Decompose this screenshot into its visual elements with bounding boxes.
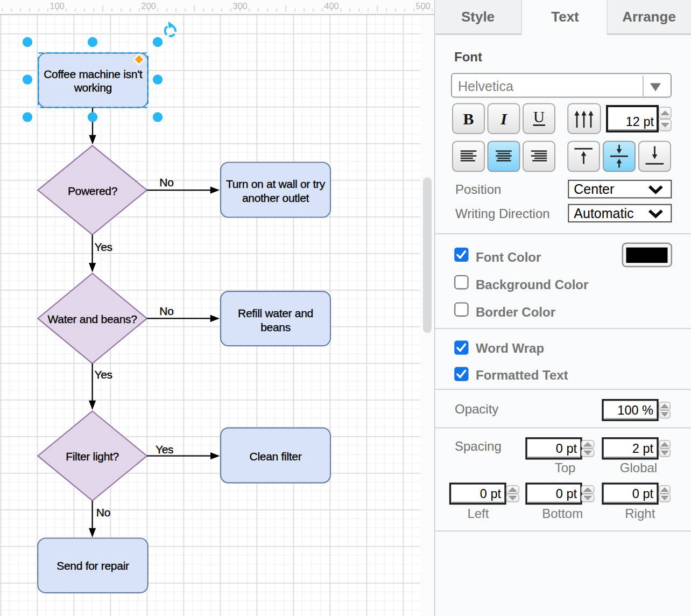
svg-text:Yes: Yes [94, 241, 112, 253]
svg-text:No: No [96, 506, 110, 519]
svg-text:Font Color: Font Color [476, 250, 541, 264]
svg-text:another outlet: another outlet [242, 192, 309, 204]
svg-text:Yes: Yes [156, 443, 173, 456]
svg-text:Left: Left [467, 506, 489, 521]
svg-text:Turn on at wall or try: Turn on at wall or try [226, 178, 326, 190]
svg-text:0 pt: 0 pt [632, 487, 654, 501]
svg-text:Automatic: Automatic [574, 206, 633, 221]
svg-text:Position: Position [455, 182, 501, 197]
svg-text:Text: Text [551, 9, 579, 25]
svg-text:Opacity: Opacity [455, 402, 498, 416]
svg-text:Style: Style [461, 9, 495, 25]
svg-text:working: working [74, 81, 112, 94]
svg-text:Spacing: Spacing [455, 439, 502, 453]
svg-text:300: 300 [232, 1, 248, 11]
svg-text:Yes: Yes [94, 368, 112, 381]
svg-text:12 pt: 12 pt [626, 115, 654, 129]
svg-text:0 pt: 0 pt [556, 487, 577, 501]
svg-text:Top: Top [555, 460, 576, 475]
svg-text:Water and beans?: Water and beans? [48, 313, 137, 325]
svg-text:100 %: 100 % [617, 403, 653, 417]
svg-text:200: 200 [141, 1, 156, 11]
svg-text:No: No [159, 305, 173, 317]
svg-text:100: 100 [50, 1, 65, 11]
svg-text:500: 500 [415, 1, 431, 11]
svg-text:Bottom: Bottom [542, 506, 583, 521]
svg-text:2 pt: 2 pt [632, 442, 654, 456]
svg-text:Clean filter: Clean filter [250, 450, 302, 463]
svg-text:Center: Center [574, 181, 614, 197]
svg-text:No: No [159, 176, 173, 188]
svg-text:I: I [500, 110, 507, 128]
svg-text:Global: Global [620, 460, 657, 475]
svg-text:Send for repair: Send for repair [57, 559, 129, 572]
svg-text:Background Color: Background Color [476, 277, 588, 292]
svg-text:Formatted Text: Formatted Text [476, 368, 568, 382]
svg-text:Powered?: Powered? [68, 185, 117, 197]
svg-text:400: 400 [324, 1, 339, 11]
svg-text:Refill water and: Refill water and [238, 307, 313, 319]
svg-text:Filter light?: Filter light? [66, 450, 119, 463]
svg-text:beans: beans [260, 321, 291, 333]
svg-text:Right: Right [625, 506, 655, 521]
svg-text:U: U [533, 108, 545, 125]
svg-text:Coffee machine isn't: Coffee machine isn't [44, 68, 143, 80]
svg-text:0 pt: 0 pt [480, 487, 502, 501]
svg-text:Word Wrap: Word Wrap [476, 341, 544, 355]
svg-text:Font: Font [454, 50, 482, 64]
svg-text:0 pt: 0 pt [556, 442, 577, 456]
svg-text:Arrange: Arrange [622, 9, 676, 25]
svg-text:Border Color: Border Color [476, 305, 555, 319]
svg-text:B: B [463, 110, 474, 128]
svg-text:Helvetica: Helvetica [458, 79, 513, 94]
svg-text:Writing Direction: Writing Direction [455, 206, 550, 221]
